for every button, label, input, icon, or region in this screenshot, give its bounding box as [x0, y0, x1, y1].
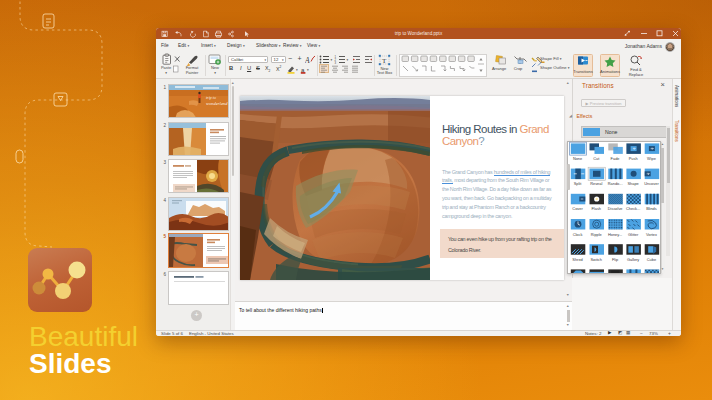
svg-text:a: a — [301, 66, 305, 72]
svg-text:trip to: trip to — [206, 95, 216, 100]
svg-text:▾: ▾ — [347, 58, 349, 62]
svg-text:▾: ▾ — [307, 68, 309, 72]
svg-text:wonderland: wonderland — [206, 101, 228, 106]
svg-text:A: A — [305, 56, 310, 65]
svg-text:▾: ▾ — [296, 68, 298, 72]
svg-text:▾: ▾ — [331, 58, 333, 62]
svg-text:T: T — [382, 57, 387, 65]
